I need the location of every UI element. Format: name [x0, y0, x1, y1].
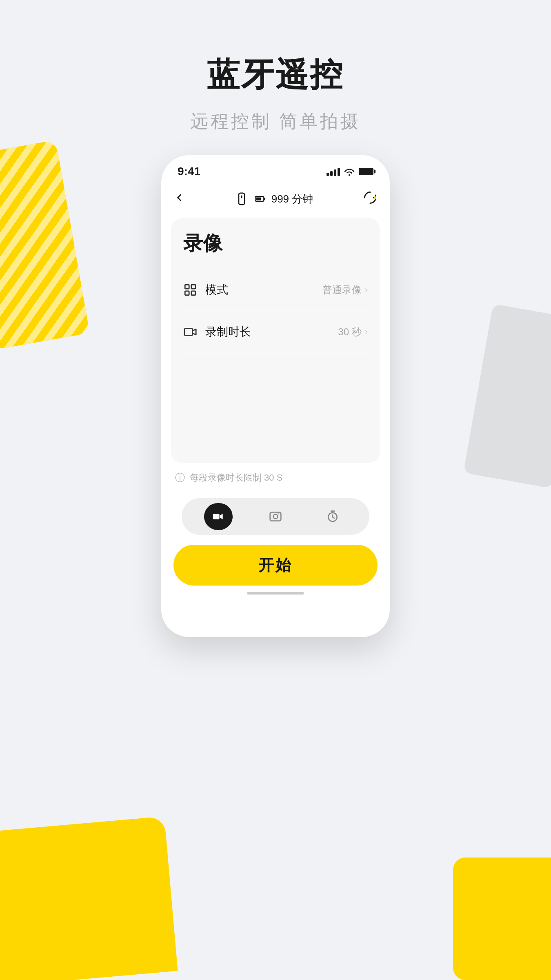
- tab-bar: [182, 498, 369, 535]
- header-section: 蓝牙遥控 远程控制 简单拍摄: [0, 53, 551, 134]
- svg-rect-3: [264, 198, 265, 200]
- duration-row[interactable]: 录制时长 30 秒 ›: [183, 311, 368, 353]
- bg-decoration-bottom-left: [0, 816, 178, 980]
- bg-decoration-left: [0, 140, 90, 350]
- mode-row[interactable]: 模式 普通录像 ›: [183, 269, 368, 311]
- battery-icon: [359, 168, 373, 175]
- home-indicator: [161, 586, 390, 595]
- card-title: 录像: [183, 230, 368, 256]
- sync-button[interactable]: [363, 190, 378, 208]
- status-time: 9:41: [178, 165, 200, 178]
- svg-rect-12: [270, 512, 281, 521]
- start-button-label: 开始: [258, 555, 293, 576]
- back-button[interactable]: [173, 192, 185, 206]
- svg-rect-6: [185, 285, 189, 289]
- mode-chevron: ›: [365, 285, 368, 295]
- svg-rect-11: [213, 514, 220, 519]
- signal-icon: [327, 167, 340, 176]
- duration-value: 30 秒: [338, 325, 361, 339]
- tab-timer[interactable]: [318, 503, 347, 530]
- hint-icon: ⓘ: [175, 471, 185, 484]
- wifi-icon: [344, 167, 355, 176]
- bg-decoration-bottom-right: [453, 858, 551, 980]
- hint-bar: ⓘ 每段录像时长限制 30 S: [171, 463, 380, 492]
- video-icon: [183, 325, 197, 339]
- remote-icon: [235, 192, 249, 206]
- settings-card: 录像 模式 普通录像 ›: [171, 218, 380, 463]
- duration-chevron: ›: [365, 327, 368, 337]
- duration-label: 录制时长: [205, 324, 251, 340]
- svg-rect-4: [256, 198, 261, 200]
- svg-rect-9: [191, 291, 196, 295]
- nav-center: 999 分钟: [235, 192, 313, 206]
- svg-rect-8: [185, 291, 189, 295]
- top-nav: 999 分钟: [161, 184, 390, 214]
- svg-rect-10: [184, 329, 193, 336]
- tab-timer-icon: [326, 510, 339, 523]
- phone-mockup: 9:41: [161, 155, 390, 637]
- battery-time: 999 分钟: [271, 192, 313, 206]
- mode-label: 模式: [205, 282, 228, 298]
- tab-video[interactable]: [204, 503, 233, 530]
- status-bar: 9:41: [161, 155, 390, 184]
- divider-bot: [183, 353, 368, 353]
- svg-rect-7: [191, 285, 196, 289]
- home-bar: [247, 592, 304, 595]
- svg-point-14: [278, 513, 279, 514]
- grid-icon: [183, 283, 197, 297]
- start-button[interactable]: 开始: [173, 545, 378, 586]
- page-title: 蓝牙遥控: [0, 53, 551, 97]
- hint-text: 每段录像时长限制 30 S: [190, 472, 282, 484]
- tab-photo[interactable]: [261, 503, 290, 530]
- status-icons: [327, 167, 373, 176]
- bg-decoration-right: [463, 304, 551, 488]
- tab-video-icon: [212, 510, 225, 523]
- svg-point-13: [273, 514, 278, 519]
- svg-rect-0: [239, 193, 244, 205]
- svg-point-5: [374, 196, 376, 199]
- page-subtitle: 远程控制 简单拍摄: [0, 109, 551, 134]
- battery-small-icon: [254, 193, 266, 205]
- mode-value: 普通录像: [322, 283, 362, 296]
- tab-photo-icon: [269, 510, 282, 523]
